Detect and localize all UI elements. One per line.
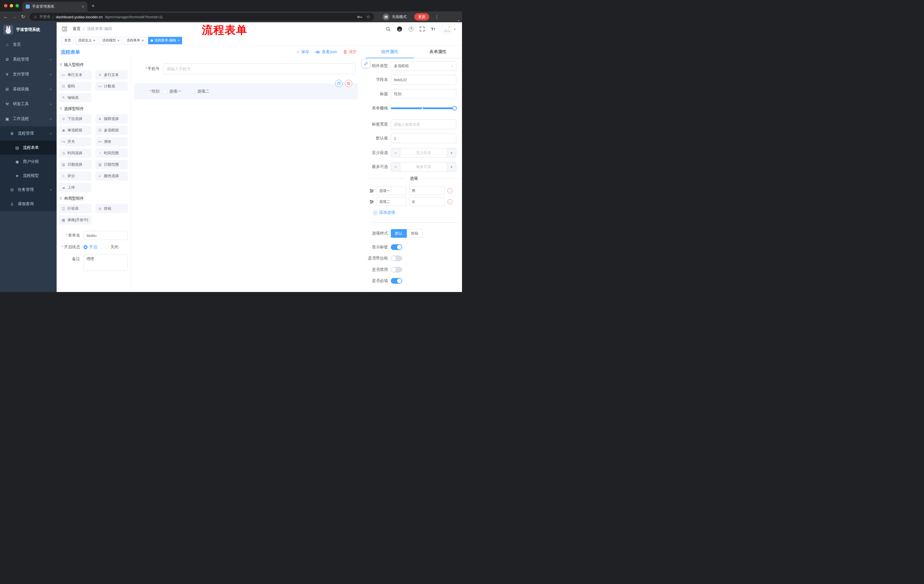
- window-minimize-button[interactable]: [10, 4, 13, 7]
- tab-close-icon[interactable]: ×: [82, 4, 84, 9]
- option-style-button-button[interactable]: 按钮: [407, 229, 422, 238]
- palette-item-slider[interactable]: ⊷滑块: [96, 137, 128, 146]
- forward-icon[interactable]: →: [12, 15, 17, 19]
- drag-option-handle[interactable]: [370, 189, 374, 192]
- palette-item-checkbox-group[interactable]: ☑多选框组: [96, 126, 128, 135]
- link-icon[interactable]: [362, 60, 370, 68]
- sidebar-item-system-mgmt[interactable]: ⚙ 系统管理 ∨: [0, 52, 57, 67]
- required-switch[interactable]: [391, 278, 402, 284]
- address-bar[interactable]: ⚠ 不安全 | dashboard.yudao.iocoder.cn/bpm/m…: [30, 13, 374, 21]
- clear-button[interactable]: 清空: [343, 49, 356, 54]
- sidebar-item-leave-query[interactable]: ♙ 请假查询: [0, 197, 57, 211]
- slider-track[interactable]: [391, 107, 456, 109]
- delete-widget-button[interactable]: [345, 80, 352, 87]
- sidebar-item-task-mgmt[interactable]: ⊟ 任务管理 ∨: [0, 183, 57, 197]
- drag-option-handle[interactable]: [370, 200, 374, 204]
- view-json-button[interactable]: 查看json: [315, 49, 337, 54]
- tag-home[interactable]: 首页: [62, 37, 74, 44]
- canvas-field-phone[interactable]: *手机号: [131, 63, 365, 74]
- avatar-caret-icon[interactable]: ∨: [454, 28, 456, 31]
- palette-item-text-input[interactable]: ▭单行文本: [59, 70, 91, 79]
- palette-item-counter[interactable]: 123计数器: [96, 82, 128, 91]
- increment-button[interactable]: +: [447, 162, 456, 171]
- fullscreen-icon[interactable]: [420, 26, 424, 31]
- remove-option-button[interactable]: −: [447, 199, 452, 204]
- form-grid-slider[interactable]: [391, 104, 456, 113]
- sidebar-item-payment-mgmt[interactable]: ¥ 支付管理 ∨: [0, 67, 57, 82]
- palette-item-cascader[interactable]: ⋔级联选择: [96, 114, 128, 123]
- option-value-input[interactable]: [409, 187, 445, 195]
- remove-option-button[interactable]: −: [447, 188, 452, 193]
- min-select-value[interactable]: 至少应选: [400, 148, 447, 158]
- help-icon[interactable]: ?: [409, 26, 413, 31]
- label-width-input[interactable]: [391, 119, 456, 129]
- browser-menu-icon[interactable]: ⋮: [434, 14, 439, 20]
- sidebar-item-dev-tools[interactable]: ⚒ 研发工具 ∨: [0, 97, 57, 112]
- palette-item-date-picker[interactable]: ▤日期选择: [59, 160, 91, 169]
- reload-icon[interactable]: ↻: [21, 15, 25, 19]
- sidebar-item-process-model[interactable]: ➤ 流程模型: [0, 169, 57, 183]
- close-icon[interactable]: ×: [93, 39, 96, 42]
- tag-process-form[interactable]: 流程表单 ×: [124, 37, 146, 44]
- field-name-input[interactable]: [391, 75, 456, 85]
- decrement-button[interactable]: −: [391, 148, 400, 158]
- palette-item-time-picker[interactable]: ◷时间选择: [59, 148, 91, 158]
- sidebar-item-infrastructure[interactable]: ⊞ 基础设施 ∨: [0, 82, 57, 97]
- sidebar-item-process-form[interactable]: ▤ 流程表单: [0, 141, 57, 155]
- form-remark-textarea[interactable]: 嘿嘿: [84, 254, 128, 271]
- title-input[interactable]: [391, 89, 456, 99]
- password-key-icon[interactable]: [357, 15, 362, 18]
- font-size-icon[interactable]: TT: [431, 27, 435, 31]
- component-type-select[interactable]: 多选框组 ∨: [391, 61, 456, 71]
- sidebar-collapse-icon[interactable]: [57, 27, 69, 31]
- palette-item-textarea[interactable]: ≡多行文本: [96, 70, 128, 79]
- increment-button[interactable]: +: [447, 148, 456, 158]
- palette-item-switch[interactable]: ⊶开关: [59, 137, 91, 146]
- app-logo[interactable]: 芋道管理系统: [0, 22, 57, 37]
- gender-option1-checkbox[interactable]: 选项一: [163, 89, 181, 94]
- status-on-radio[interactable]: 开启: [84, 245, 97, 250]
- security-warning-icon[interactable]: ⚠: [34, 15, 37, 19]
- close-icon[interactable]: ×: [142, 39, 144, 42]
- palette-item-upload[interactable]: ☁上传: [59, 183, 91, 192]
- back-icon[interactable]: ←: [3, 15, 8, 19]
- close-icon[interactable]: ×: [117, 39, 120, 42]
- palette-item-radio-group[interactable]: ◉单选框组: [59, 126, 91, 135]
- toolbar-caret-icon[interactable]: ∨: [458, 19, 460, 22]
- disabled-switch[interactable]: [391, 267, 402, 273]
- tag-process-model[interactable]: 流程模型 ×: [100, 37, 122, 44]
- palette-item-editor[interactable]: ✎编辑器: [59, 93, 91, 102]
- browser-update-button[interactable]: 更新: [414, 13, 429, 21]
- search-icon[interactable]: [386, 26, 391, 31]
- decrement-button[interactable]: −: [391, 162, 400, 171]
- canvas-field-gender-selected[interactable]: *性别 选项一 选项二: [134, 84, 358, 99]
- palette-item-date-range[interactable]: ▥日期范围: [96, 160, 128, 169]
- sidebar-item-home[interactable]: ⌂ 首页: [0, 37, 57, 52]
- breadcrumb-root[interactable]: 首页: [73, 26, 81, 31]
- tag-process-definition[interactable]: 流程定义 ×: [76, 37, 98, 44]
- sidebar-item-workflow[interactable]: ▣ 工作流程 ∧: [0, 112, 57, 126]
- status-off-radio[interactable]: 关闭: [105, 245, 118, 250]
- palette-item-row-container[interactable]: ◫行容器: [59, 204, 91, 213]
- save-button[interactable]: ✓ 保存: [297, 49, 309, 54]
- show-label-switch[interactable]: [391, 244, 402, 250]
- palette-item-button[interactable]: ◎按钮: [96, 204, 128, 213]
- phone-input[interactable]: [163, 63, 355, 74]
- palette-item-color-picker[interactable]: ◐颜色选择: [96, 171, 128, 181]
- window-close-button[interactable]: [4, 4, 7, 7]
- max-select-value[interactable]: 最多可选: [400, 162, 447, 171]
- option-value-input[interactable]: [409, 197, 445, 206]
- checkbox-box[interactable]: [163, 89, 167, 94]
- option-label-input[interactable]: [376, 187, 406, 195]
- add-option-button[interactable]: + 添加选项: [373, 210, 462, 215]
- option-style-default-button[interactable]: 默认: [391, 229, 407, 238]
- tab-form-props[interactable]: 表单属性: [414, 46, 462, 58]
- close-icon[interactable]: ×: [178, 39, 180, 42]
- browser-tab[interactable]: 芋道管理系统 ×: [22, 2, 87, 12]
- user-avatar[interactable]: [442, 24, 451, 34]
- palette-item-table[interactable]: ▦表格[开发中]: [59, 216, 91, 225]
- tag-process-form-edit[interactable]: 流程表单-编辑 ×: [148, 37, 182, 44]
- gender-option2-checkbox[interactable]: 选项二: [191, 89, 209, 94]
- form-name-input[interactable]: [84, 231, 128, 240]
- sidebar-item-user-group[interactable]: ◉ 用户分组: [0, 155, 57, 169]
